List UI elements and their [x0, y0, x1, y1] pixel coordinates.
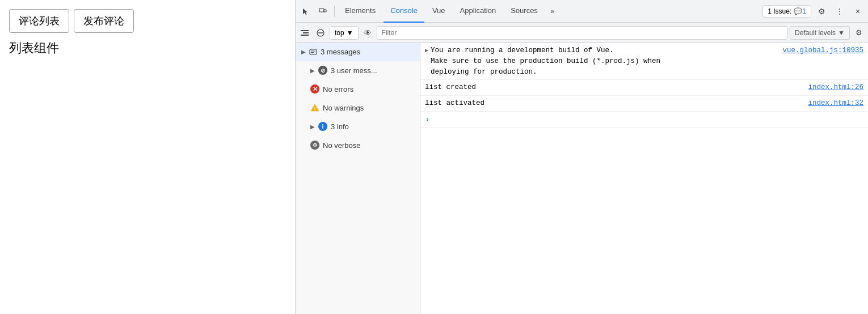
user-expand-arrow-icon: ▶	[310, 67, 315, 74]
dropdown-arrow-icon: ▼	[347, 29, 353, 37]
messages-icon	[309, 48, 317, 56]
warning-icon: !	[310, 103, 319, 112]
issue-badge-text: 1 Issue:	[768, 7, 791, 15]
tab-sources[interactable]: Sources	[504, 0, 545, 23]
tab-elements[interactable]: Elements	[338, 0, 382, 23]
list-activated-text: list activated	[425, 98, 484, 109]
eye-icon-button[interactable]: 👁	[361, 26, 374, 40]
console-toolbar: top ▼ 👁 Default levels ▼ ⚙	[296, 23, 868, 43]
user-icon: ⊘	[318, 66, 327, 75]
list-created-row: list created index.html:26	[425, 82, 863, 93]
list-created-link[interactable]: index.html:26	[797, 82, 863, 93]
filter-input[interactable]	[377, 26, 787, 40]
console-prompt-input[interactable]	[433, 114, 437, 122]
svg-rect-1	[324, 10, 326, 12]
issue-badge[interactable]: 1 Issue: 💬1	[762, 5, 811, 18]
issue-badge-icon: 💬1	[794, 7, 806, 15]
vue-entry-expand-icon[interactable]: ▶	[425, 47, 428, 54]
list-activated-content: list activated index.html:32	[425, 98, 863, 109]
close-icon-button[interactable]: ×	[850, 3, 866, 19]
page-title: 列表组件	[9, 40, 286, 57]
publish-comment-button[interactable]: 发布评论	[74, 9, 134, 33]
verbose-label: No verbose	[323, 141, 360, 150]
levels-dropdown-arrow-icon: ▼	[838, 29, 845, 37]
toolbar-right: 1 Issue: 💬1 ⚙ ⋮ ×	[762, 3, 866, 19]
device-icon-button[interactable]	[315, 3, 331, 19]
svg-rect-4	[301, 35, 309, 36]
error-icon: ✕	[310, 84, 319, 94]
info-label: 3 info	[331, 122, 349, 131]
svg-rect-7	[310, 49, 317, 54]
list-created-text: list created	[425, 82, 476, 93]
devtools-panel: Elements Console Vue Application Sources…	[295, 0, 868, 314]
console-sidebar: ▶ 3 messages ▶ ⊘ 3 user mess... ✕ No err…	[296, 43, 420, 314]
tab-more[interactable]: »	[546, 0, 559, 23]
svg-rect-2	[301, 30, 309, 31]
default-levels-label: Default levels	[795, 29, 836, 37]
sidebar-item-messages[interactable]: ▶ 3 messages	[296, 43, 420, 61]
cursor-icon-button[interactable]	[298, 3, 314, 19]
clear-console-button[interactable]	[314, 26, 327, 40]
user-messages-label: 3 user mess...	[331, 66, 377, 75]
left-panel: 评论列表 发布评论 列表组件	[0, 0, 295, 314]
vue-entry-link[interactable]: vue.global.js:10935	[771, 45, 863, 56]
top-context-selector[interactable]: top ▼	[330, 26, 359, 40]
list-created-content: list created index.html:26	[425, 82, 863, 93]
devtools-tab-bar: Elements Console Vue Application Sources…	[296, 0, 868, 23]
tab-application[interactable]: Application	[453, 0, 503, 23]
vue-entry-text: You are running a development build of V…	[431, 45, 660, 77]
svg-text:!: !	[314, 106, 316, 112]
vue-entry-content: You are running a development build of V…	[431, 45, 863, 77]
console-prompt-icon: ›	[425, 115, 429, 124]
sidebar-item-user-messages[interactable]: ▶ ⊘ 3 user mess...	[296, 61, 420, 80]
messages-label: 3 messages	[321, 48, 360, 56]
verbose-icon: ⚙	[310, 141, 319, 150]
settings-icon-button[interactable]: ⚙	[814, 3, 829, 19]
sidebar-toggle-button[interactable]	[298, 26, 311, 40]
sidebar-item-errors[interactable]: ✕ No errors	[296, 80, 420, 99]
default-levels-selector[interactable]: Default levels ▼	[790, 26, 850, 40]
console-body: ▶ 3 messages ▶ ⊘ 3 user mess... ✕ No err…	[296, 43, 868, 314]
info-expand-arrow-icon: ▶	[310, 124, 315, 130]
console-settings-button[interactable]: ⚙	[852, 26, 866, 40]
console-entry-list-created: list created index.html:26	[420, 80, 868, 96]
console-prompt-line[interactable]: ›	[420, 112, 868, 128]
svg-rect-0	[319, 9, 324, 12]
more-options-icon-button[interactable]: ⋮	[832, 3, 848, 19]
info-icon: i	[318, 122, 327, 131]
sidebar-item-info[interactable]: ▶ i 3 info	[296, 117, 420, 136]
tab-separator	[334, 6, 335, 17]
expand-arrow-icon: ▶	[301, 49, 306, 55]
svg-rect-3	[303, 32, 309, 33]
button-row: 评论列表 发布评论	[9, 9, 286, 33]
console-output: ▶ You are running a development build of…	[420, 43, 868, 314]
tab-console[interactable]: Console	[384, 0, 424, 23]
console-entry-list-activated: list activated index.html:32	[420, 96, 868, 112]
top-context-label: top	[335, 29, 344, 37]
vue-entry-row: You are running a development build of V…	[431, 45, 863, 77]
list-activated-link[interactable]: index.html:32	[797, 98, 863, 109]
warnings-label: No warnings	[323, 104, 364, 112]
errors-label: No errors	[323, 85, 353, 94]
sidebar-item-verbose[interactable]: ⚙ No verbose	[296, 136, 420, 155]
comment-list-button[interactable]: 评论列表	[9, 9, 69, 33]
tab-vue[interactable]: Vue	[425, 0, 452, 23]
console-entry-vue: ▶ You are running a development build of…	[420, 43, 868, 80]
sidebar-item-warnings[interactable]: ! No warnings	[296, 99, 420, 117]
list-activated-row: list activated index.html:32	[425, 98, 863, 109]
